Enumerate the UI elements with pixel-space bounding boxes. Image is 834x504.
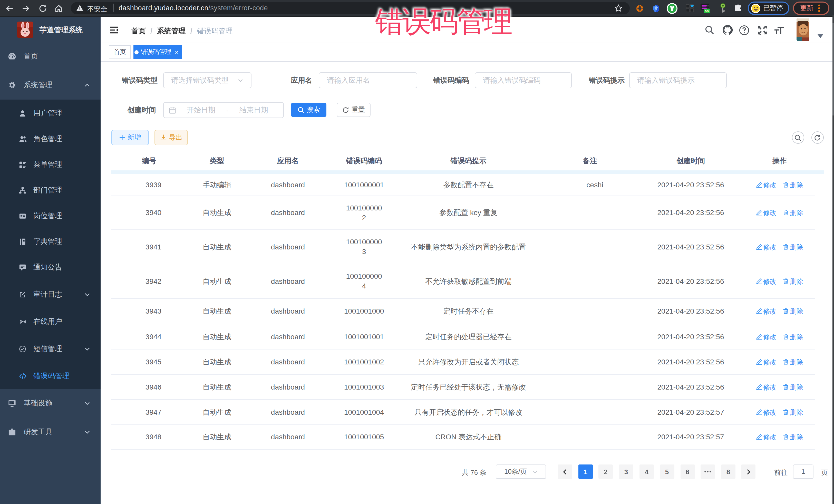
- svg-text:on: on: [705, 9, 709, 13]
